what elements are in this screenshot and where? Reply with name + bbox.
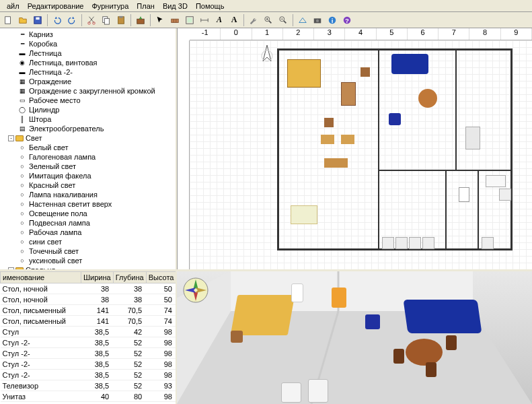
zoom-out-button[interactable] <box>276 13 290 27</box>
tree-category[interactable]: -Спальня <box>8 265 176 269</box>
col-header[interactable]: Ширина <box>81 272 113 283</box>
col-header[interactable]: Глубина <box>113 272 146 283</box>
table-row[interactable]: Стул -2-38,55298 <box>1 337 178 348</box>
armchair-plan[interactable] <box>389 113 401 125</box>
door-3d[interactable] <box>291 283 303 302</box>
undo-button[interactable] <box>50 13 64 27</box>
sink-plan[interactable] <box>486 175 506 187</box>
nightstand-plan[interactable] <box>360 67 370 77</box>
menu-view3d[interactable]: Вид 3D <box>159 2 192 10</box>
tree-item[interactable]: ▭Рабочее место <box>8 96 176 105</box>
table-row[interactable]: Телевизор38,55293 <box>1 380 178 391</box>
tree-item[interactable]: ○Красный свет <box>8 180 176 190</box>
new-button[interactable] <box>1 13 15 27</box>
bed-3d[interactable] <box>231 295 295 335</box>
sofa-3d[interactable] <box>403 300 482 333</box>
sideboard-plan[interactable] <box>324 158 348 168</box>
chair-3d[interactable] <box>446 335 457 350</box>
wall-interior[interactable] <box>445 170 447 250</box>
view-3d[interactable] <box>177 271 532 404</box>
plan-view[interactable]: -10123456789 <box>177 28 532 269</box>
select-tool[interactable] <box>153 13 167 27</box>
furniture-table[interactable]: именованиеШиринаГлубинаВысотаВидимость С… <box>0 271 177 404</box>
text-tool[interactable]: A <box>213 13 226 27</box>
tree-item[interactable]: ○Белый свет <box>8 143 176 152</box>
toilet-plan[interactable] <box>459 187 469 202</box>
info-button[interactable]: i <box>326 13 339 27</box>
camera-button[interactable] <box>311 13 324 27</box>
cabinet-plan[interactable] <box>395 237 408 249</box>
table-row[interactable]: Стул -2-38,55298 <box>1 370 178 380</box>
table-row[interactable]: Унитаз408098 <box>1 391 178 402</box>
tree-item[interactable]: ○Рабочая лампа <box>8 228 176 237</box>
cabinet-3d[interactable] <box>308 379 328 403</box>
fridge-plan[interactable] <box>482 237 494 249</box>
tree-item[interactable]: ▤Электрообогреватель <box>8 124 176 133</box>
text2-tool[interactable]: A <box>227 13 241 27</box>
table-row[interactable]: Стол, ночной383850 <box>1 294 178 305</box>
col-header[interactable]: Высота <box>146 272 176 283</box>
tree-item[interactable]: ○Имитация факела <box>8 171 176 180</box>
chair-3d[interactable] <box>426 362 436 377</box>
tree-item[interactable]: ○сини свет <box>8 237 176 246</box>
tree-item[interactable]: ║Штора <box>8 114 176 124</box>
menu-plan[interactable]: План <box>132 2 159 10</box>
table-row[interactable]: Стул -2-38,55298 <box>1 348 178 359</box>
menu-help[interactable]: Помощь <box>192 2 229 10</box>
save-button[interactable] <box>31 13 44 27</box>
redo-button[interactable] <box>65 13 79 27</box>
compass-3d-icon[interactable] <box>182 277 209 304</box>
menu-furniture[interactable]: Фурнитура <box>87 2 132 10</box>
zoom-in-button[interactable] <box>262 13 275 27</box>
tree-item[interactable]: ○уксиновый свет <box>8 256 176 265</box>
sofa-plan[interactable] <box>391 54 428 74</box>
tree-item[interactable]: ○Лампа накаливания <box>8 190 176 199</box>
armchair-3d[interactable] <box>365 314 380 329</box>
wall-interior[interactable] <box>478 170 479 250</box>
guitar-3d[interactable] <box>332 288 346 308</box>
cut-button[interactable] <box>85 13 98 27</box>
desk-plan[interactable] <box>321 135 334 144</box>
tree-item[interactable]: ▬Лестница <box>8 48 176 58</box>
menu-file[interactable]: айл <box>3 2 24 10</box>
nightstand-plan[interactable] <box>324 118 334 127</box>
tree-category[interactable]: -Свет <box>8 133 176 143</box>
menu-edit[interactable]: Редактирование <box>24 2 88 10</box>
bunk-bed-plan[interactable] <box>287 59 321 88</box>
tree-item[interactable]: ○Галогеновая лампа <box>8 152 176 162</box>
col-header[interactable]: именование <box>1 272 81 283</box>
door-plan[interactable] <box>465 127 480 149</box>
help-button[interactable]: ? <box>340 13 354 27</box>
bed-plan[interactable] <box>291 205 317 224</box>
tree-item[interactable]: ◯Цилиндр <box>8 105 176 114</box>
view-mode-button[interactable] <box>296 13 309 27</box>
table-round-plan[interactable] <box>418 89 437 108</box>
tree-item[interactable]: ◉Лестница, винтовая <box>8 58 176 67</box>
furniture-tree-pane[interactable]: ━Карниз━Коробка▬Лестница◉Лестница, винто… <box>0 28 177 269</box>
tree-item[interactable]: ━Коробка <box>8 39 176 48</box>
tree-item[interactable]: ━Карниз <box>8 30 176 39</box>
tree-item[interactable]: ▬Лестница -2- <box>8 67 176 77</box>
stove-3d[interactable] <box>281 382 301 403</box>
add-furniture-button[interactable] <box>134 13 147 27</box>
tree-item[interactable]: ▦Ограждение с закругленной кромкой <box>8 86 176 96</box>
wardrobe-plan[interactable] <box>341 82 356 106</box>
collapse-icon[interactable]: - <box>8 135 14 141</box>
tree-item[interactable]: ○Зеленый свет <box>8 162 176 171</box>
desk-plan[interactable] <box>341 135 354 144</box>
tree-item[interactable]: ○Точечный свет <box>8 246 176 256</box>
tree-item[interactable]: ○Настенная светит вверх <box>8 199 176 209</box>
table-3d[interactable] <box>406 339 443 366</box>
table-row[interactable]: Стул38,54298 <box>1 327 178 337</box>
plan-grid[interactable] <box>190 40 532 269</box>
table-row[interactable]: Стол, ночной383850 <box>1 283 178 294</box>
furniture-list-pane[interactable]: именованиеШиринаГлубинаВысотаВидимость С… <box>0 271 177 404</box>
cabinet-plan[interactable] <box>422 237 434 249</box>
wrench-tool[interactable] <box>247 13 260 27</box>
chair-3d[interactable] <box>393 349 404 364</box>
copy-button[interactable] <box>100 13 113 27</box>
washbasin-plan[interactable] <box>499 189 511 201</box>
nightstand-3d[interactable] <box>231 331 243 343</box>
collapse-icon[interactable]: - <box>8 267 14 270</box>
tree-item[interactable]: ○Освещение пола <box>8 209 176 218</box>
